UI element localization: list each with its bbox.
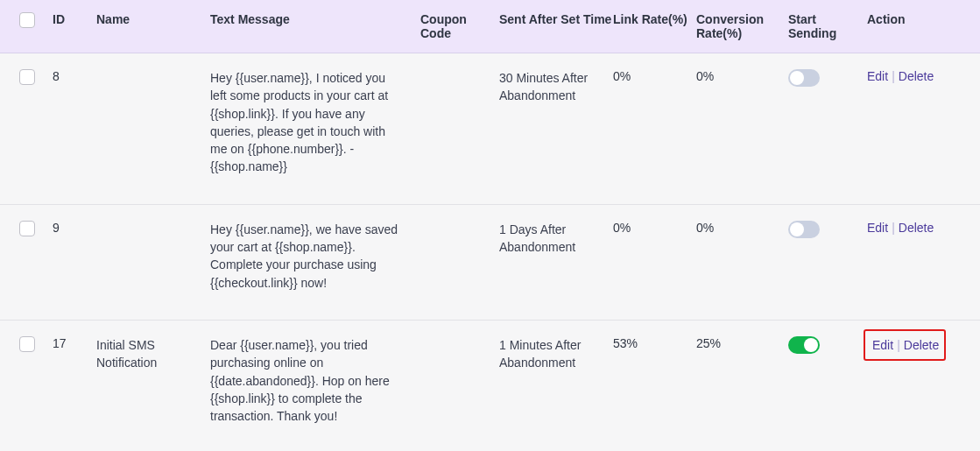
header-cell-coupon-code: Coupon Code <box>420 12 499 40</box>
toggle-knob <box>790 71 804 85</box>
table-row: 17Initial SMS NotificationDear {{user.na… <box>0 321 980 451</box>
header-cell-id: ID <box>53 12 96 40</box>
cell-sent-after: 1 Minutes After Abandonment <box>499 336 613 425</box>
header-cell-action: Action <box>867 12 980 40</box>
cell-action: Edit|Delete <box>867 69 980 176</box>
cell-action: Edit|Delete <box>867 336 980 425</box>
cell-conversion-rate: 0% <box>696 69 788 176</box>
cell-link-rate: 53% <box>613 336 696 425</box>
row-checkbox[interactable] <box>19 336 35 352</box>
cell-text-message: Hey {{user.name}}, we have saved your ca… <box>210 221 420 292</box>
start-sending-toggle[interactable] <box>788 69 820 87</box>
header-cell-name: Name <box>96 12 210 40</box>
cell-name <box>96 221 210 292</box>
header-cell-link-rate: Link Rate(%) <box>613 12 696 40</box>
cell-start-sending <box>788 221 867 292</box>
table-header-row: ID Name Text Message Coupon Code Sent Af… <box>0 0 980 53</box>
cell-id: 8 <box>53 69 96 176</box>
action-separator: | <box>892 69 895 83</box>
cell-action: Edit|Delete <box>867 221 980 292</box>
cell-coupon-code <box>420 336 499 425</box>
row-checkbox[interactable] <box>19 69 35 85</box>
toggle-knob <box>804 338 818 352</box>
header-cell-conversion-rate: Conversion Rate(%) <box>696 12 788 40</box>
row-checkbox[interactable] <box>19 221 35 236</box>
select-all-checkbox[interactable] <box>19 12 35 28</box>
sms-table: ID Name Text Message Coupon Code Sent Af… <box>0 0 980 451</box>
cell-text-message: Hey {{user.name}}, I noticed you left so… <box>210 69 420 176</box>
header-cell-start-sending: Start Sending <box>788 12 867 40</box>
cell-coupon-code <box>420 221 499 292</box>
header-cell-text-message: Text Message <box>210 12 420 40</box>
cell-id: 17 <box>53 336 96 425</box>
cell-checkbox <box>0 69 53 176</box>
cell-name: Initial SMS Notification <box>96 336 210 425</box>
action-separator: | <box>892 221 895 235</box>
action-links: Edit|Delete <box>867 221 934 235</box>
cell-conversion-rate: 25% <box>696 336 788 425</box>
start-sending-toggle[interactable] <box>788 221 820 238</box>
action-links: Edit|Delete <box>867 69 934 83</box>
cell-conversion-rate: 0% <box>696 221 788 292</box>
edit-link[interactable]: Edit <box>872 338 893 352</box>
cell-checkbox <box>0 336 53 425</box>
edit-link[interactable]: Edit <box>867 69 888 83</box>
delete-link[interactable]: Delete <box>899 69 934 83</box>
cell-text-message: Dear {{user.name}}, you tried purchasing… <box>210 336 420 425</box>
cell-coupon-code <box>420 69 499 176</box>
cell-start-sending <box>788 69 867 176</box>
cell-id: 9 <box>53 221 96 292</box>
cell-link-rate: 0% <box>613 69 696 176</box>
table-row: 8Hey {{user.name}}, I noticed you left s… <box>0 53 980 205</box>
cell-sent-after: 1 Days After Abandonment <box>499 221 613 292</box>
cell-link-rate: 0% <box>613 221 696 292</box>
start-sending-toggle[interactable] <box>788 336 820 354</box>
header-cell-checkbox <box>0 12 53 40</box>
action-separator: | <box>897 338 900 352</box>
delete-link[interactable]: Delete <box>904 338 939 352</box>
header-cell-sent-after: Sent After Set Time <box>499 12 613 40</box>
delete-link[interactable]: Delete <box>899 221 934 235</box>
cell-sent-after: 30 Minutes After Abandonment <box>499 69 613 176</box>
toggle-knob <box>790 222 804 236</box>
cell-name <box>96 69 210 176</box>
cell-start-sending <box>788 336 867 425</box>
action-links-highlighted: Edit|Delete <box>864 329 946 361</box>
edit-link[interactable]: Edit <box>867 221 888 235</box>
table-row: 9Hey {{user.name}}, we have saved your c… <box>0 205 980 321</box>
cell-checkbox <box>0 221 53 292</box>
